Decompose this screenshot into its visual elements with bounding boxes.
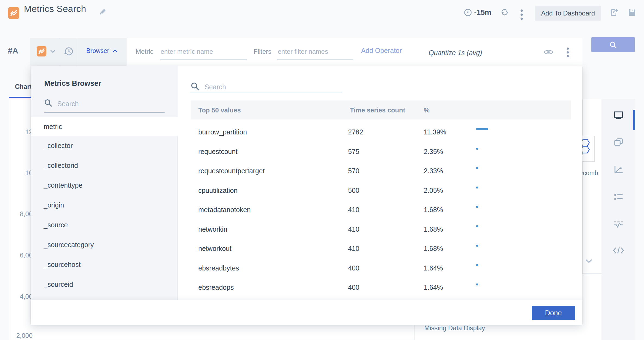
fields-search-underline <box>44 112 165 113</box>
monitor-icon <box>613 111 624 120</box>
count-cell: 570 <box>348 167 359 175</box>
field-list-item[interactable]: metric <box>31 117 178 136</box>
field-list-item[interactable]: _sourcehost <box>31 255 178 275</box>
chevron-down-icon[interactable] <box>585 259 593 263</box>
value-cell: networkout <box>198 245 231 253</box>
field-list-item[interactable]: _sourceid <box>31 275 178 294</box>
browser-toggle-button[interactable]: Browser <box>86 47 118 55</box>
time-range-clock-icon[interactable] <box>464 8 472 17</box>
percent-cell: 1.68% <box>424 206 443 214</box>
metrics-browser-modal: Metrics Browser Search metric_collector_… <box>31 66 582 325</box>
percent-cell: 2.05% <box>424 187 443 194</box>
proportion-bar <box>476 225 478 227</box>
query-toolbar: Browser <box>30 38 127 66</box>
percent-cell: 2.35% <box>424 148 443 156</box>
edit-title-pencil-icon[interactable] <box>98 8 107 16</box>
field-list-item[interactable]: _sourcecategory <box>31 235 178 255</box>
value-cell: metadatanotoken <box>198 206 251 214</box>
percent-cell: 1.64% <box>424 264 443 272</box>
value-cell: ebsreadops <box>198 284 234 291</box>
percent-cell: 2.33% <box>424 167 443 175</box>
count-cell: 410 <box>348 245 359 253</box>
display-mode-code-button[interactable] <box>601 244 635 256</box>
field-list-item[interactable]: _collectorid <box>31 156 178 175</box>
add-operator-button[interactable]: Add Operator <box>361 47 402 55</box>
y-axis-tick: 8,00 <box>0 210 33 218</box>
browser-fields-pane: Metrics Browser Search metric_collector_… <box>31 66 178 301</box>
time-range-value[interactable]: -15m <box>474 8 491 17</box>
metric-input[interactable]: enter metric name <box>161 48 213 55</box>
active-mode-indicator <box>633 110 635 130</box>
app-header: Metrics Search -15m Add To Dashboard <box>0 0 644 26</box>
table-row[interactable]: cpuutilization 500 2.05% <box>191 181 571 200</box>
percent-cell: 1.68% <box>424 245 443 253</box>
share-icon[interactable] <box>609 8 619 17</box>
display-mode-legend-button[interactable] <box>601 191 635 203</box>
query-type-chevron-down-icon[interactable] <box>50 49 56 53</box>
table-row[interactable]: requestcount 575 2.35% <box>191 142 571 161</box>
tab-chart[interactable]: Chart <box>15 83 32 90</box>
field-list-item[interactable]: _contenttype <box>31 175 178 195</box>
value-cell: networkin <box>198 225 227 233</box>
values-table: Top 50 values Time series count % burrow… <box>191 100 571 297</box>
values-search-input[interactable]: Search <box>205 83 226 91</box>
table-row[interactable]: burrow_partition 2782 11.39% <box>191 122 571 142</box>
refresh-icon[interactable] <box>500 8 509 17</box>
y-axis-tick: 2,000 <box>0 332 33 339</box>
filters-input-underline <box>277 59 353 59</box>
display-mode-missing-data-button[interactable] <box>601 218 635 230</box>
y-axis-tick: 4,00 <box>0 293 33 300</box>
browser-panel-title: Metrics Browser <box>44 79 101 88</box>
query-history-icon[interactable] <box>63 46 74 57</box>
percent-cell: 11.39% <box>424 128 446 136</box>
value-cell: requestcountpertarget <box>198 167 265 175</box>
query-kebab-menu-icon[interactable] <box>566 47 569 58</box>
value-cell: ebsreadbytes <box>198 264 239 272</box>
copy-icon <box>614 138 623 147</box>
field-list-item[interactable]: _origin <box>31 195 178 215</box>
save-icon[interactable] <box>628 8 636 17</box>
field-list-item[interactable]: _collector <box>31 136 178 156</box>
table-row[interactable]: networkout 410 1.68% <box>191 239 571 258</box>
table-row[interactable]: networkin 410 1.68% <box>191 219 571 239</box>
table-row[interactable]: metadatanotoken 410 1.68% <box>191 200 571 219</box>
display-mode-overlay-button[interactable] <box>601 136 635 148</box>
missing-data-display-label: Missing Data Display <box>424 324 485 332</box>
run-search-button[interactable] <box>591 37 635 52</box>
settings-divider <box>582 99 583 274</box>
add-to-dashboard-button[interactable]: Add To Dashboard <box>535 6 601 21</box>
header-kebab-menu-icon[interactable] <box>520 9 523 21</box>
fields-list: metric_collector_collectorid_contenttype… <box>31 117 178 294</box>
filters-input[interactable]: enter filter names <box>278 48 328 55</box>
count-cell: 575 <box>348 148 359 156</box>
done-button[interactable]: Done <box>532 306 575 320</box>
table-row[interactable]: ebsreadbytes 400 1.64% <box>191 258 571 278</box>
count-cell: 400 <box>348 284 359 291</box>
eye-icon[interactable] <box>544 49 553 55</box>
column-header-values[interactable]: Top 50 values <box>198 106 241 114</box>
y-axis-tick: 6,00 <box>0 251 33 259</box>
proportion-bar <box>476 264 478 266</box>
query-row-label: #A <box>8 46 18 55</box>
quantize-setting[interactable]: Quantize 1s (avg) <box>429 49 482 57</box>
metrics-query-type-icon[interactable] <box>37 46 46 56</box>
proportion-bar <box>476 206 478 208</box>
query-row: #A Browser Metric enter metric name F <box>0 38 644 66</box>
proportion-bar <box>476 245 478 247</box>
y-axis-tick: 10 <box>0 169 33 177</box>
display-mode-chart-button[interactable] <box>601 109 635 121</box>
search-icon <box>191 82 199 91</box>
count-cell: 2782 <box>348 128 363 136</box>
display-mode-axes-button[interactable] <box>601 164 635 176</box>
table-row[interactable]: requestcountpertarget 570 2.33% <box>191 161 571 181</box>
column-header-count[interactable]: Time series count <box>350 106 405 114</box>
table-row[interactable]: ebsreadops 400 1.64% <box>191 278 571 297</box>
field-list-item[interactable]: _source <box>31 215 178 235</box>
filters-label: Filters <box>254 48 271 55</box>
fields-search-input[interactable]: Search <box>57 100 79 108</box>
column-header-percent[interactable]: % <box>424 106 429 114</box>
proportion-bar <box>476 128 488 130</box>
section-divider <box>583 273 602 274</box>
proportion-bar <box>476 148 478 150</box>
value-cell: burrow_partition <box>198 128 247 136</box>
